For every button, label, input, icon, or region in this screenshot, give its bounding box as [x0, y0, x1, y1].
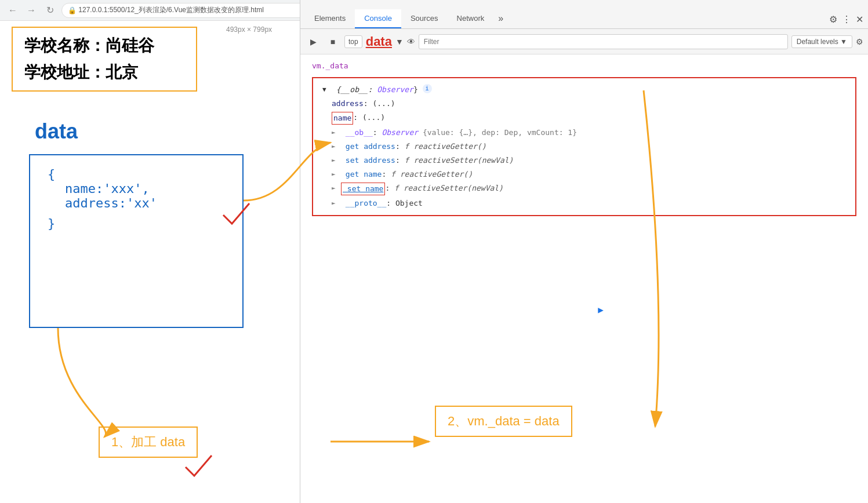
set-address-key: set address: [341, 155, 395, 166]
address-val: (...): [372, 98, 395, 110]
name-val: (...): [362, 112, 385, 123]
set-address-arrow[interactable]: ►: [332, 155, 341, 166]
reload-button[interactable]: ↻: [43, 3, 57, 17]
default-levels-selector[interactable]: Default levels ▼: [791, 35, 852, 48]
data-highlight-label: data: [366, 34, 392, 49]
set-name-line: ► set name : f reactiveSetter(newVal): [329, 181, 848, 196]
get-name-key: get name: [341, 169, 382, 180]
dropdown-arrow-icon[interactable]: ▼: [395, 37, 404, 46]
address-line: address : (...): [329, 97, 848, 111]
get-address-sep: :: [395, 141, 405, 152]
name-colon: :: [353, 112, 362, 123]
block-button[interactable]: ■: [325, 34, 341, 50]
name-prop: name:'xxx',: [65, 181, 225, 196]
get-address-line: ► get address : f reactiveGetter(): [329, 140, 848, 154]
step1-box: 1、加工 data: [99, 427, 198, 458]
info-icon: i: [423, 84, 432, 93]
filter-input[interactable]: [419, 34, 788, 49]
open-brace: {: [48, 167, 225, 181]
close-brace: }: [48, 216, 225, 231]
ob-summary: {value: {…}, dep: Dep, vmCount: 1}: [418, 127, 577, 138]
devtools-settings-area: ⚙ ⋮ ✕: [829, 14, 863, 28]
data-code-box: { name:'xxx', address:'xx' }: [29, 154, 244, 328]
console-observer-section: ▼ {__ob__: Observer } i address : (...) …: [312, 77, 856, 216]
observer-label: Observer: [377, 84, 413, 96]
devtools-toolbar: ▶ ■ top data ▼ 👁 Default levels ▼ ⚙: [300, 29, 868, 54]
set-address-sep: :: [395, 155, 405, 166]
run-button[interactable]: ▶: [305, 34, 321, 50]
settings-gear-icon[interactable]: ⚙: [829, 14, 837, 25]
address-key: address: [332, 98, 364, 110]
console-content: vm._data ▼ {__ob__: Observer } i address…: [300, 54, 868, 225]
set-address-line: ► set address : f reactiveSetter(newVal): [329, 154, 848, 167]
get-name-val: f reactiveGetter(): [391, 169, 473, 180]
observer-line: ▼ {__ob__: Observer } i: [320, 83, 848, 97]
proto-sep: :: [386, 198, 395, 209]
observer-expand-arrow[interactable]: ▼: [322, 84, 332, 96]
ob-expanded-line: ► __ob__ : Observer {value: {…}, dep: De…: [329, 126, 848, 140]
levels-dropdown-icon: ▼: [840, 38, 847, 46]
observer-brace-close: }: [413, 84, 423, 96]
lock-icon: 🔒: [68, 6, 77, 14]
ob-sep: :: [373, 127, 382, 138]
vm-data-line: vm._data: [300, 59, 868, 72]
name-key-highlighted: name: [332, 112, 353, 125]
close-devtools-icon[interactable]: ✕: [856, 14, 863, 25]
set-name-arrow[interactable]: ►: [332, 183, 341, 194]
tab-sources[interactable]: Sources: [401, 9, 448, 28]
left-content-area: 493px × 799px 学校名称：尚硅谷 学校地址：北京 data { na…: [0, 21, 296, 503]
school-address: 学校地址：北京: [24, 61, 184, 83]
get-address-key: get address: [341, 141, 395, 152]
tab-elements[interactable]: Elements: [305, 9, 355, 28]
proto-key: __proto__: [341, 198, 386, 209]
sidebar-expand-button[interactable]: ▶: [595, 304, 606, 315]
address-prop: address:'xx': [65, 196, 225, 210]
proto-val: Object: [395, 198, 423, 209]
proto-arrow[interactable]: ►: [332, 198, 341, 209]
school-name: 学校名称：尚硅谷: [24, 35, 184, 57]
address-colon: :: [364, 98, 373, 110]
get-address-arrow[interactable]: ►: [332, 141, 341, 152]
devtools-panel: Elements Console Sources Network » ⚙ ⋮ ✕…: [300, 0, 868, 503]
tab-network[interactable]: Network: [448, 9, 494, 28]
school-info-box: 学校名称：尚硅谷 学校地址：北京: [12, 27, 197, 92]
name-line: name : (...): [329, 111, 848, 126]
proto-line: ► __proto__ : Object: [329, 196, 848, 210]
set-address-val: f reactiveSetter(newVal): [405, 155, 514, 166]
get-name-line: ► get name : f reactiveGetter(): [329, 167, 848, 181]
url-text: 127.0.0.1:5500/12_列表渲染/6.Vue监测数据改变的原理.ht…: [78, 5, 264, 15]
more-options-icon[interactable]: ⋮: [842, 14, 851, 25]
set-name-sep: :: [385, 183, 394, 194]
data-title-label: data: [35, 119, 78, 144]
forward-button[interactable]: →: [24, 3, 38, 17]
ob-key: __ob__: [341, 127, 373, 138]
ob-type: Observer: [382, 127, 418, 138]
eye-icon[interactable]: 👁: [407, 37, 415, 46]
context-selector[interactable]: top: [344, 35, 362, 48]
set-name-val: f reactiveSetter(newVal): [394, 183, 503, 194]
page-size-label: 493px × 799px: [226, 25, 272, 34]
ob-expand-arrow[interactable]: ►: [332, 127, 341, 138]
get-address-val: f reactiveGetter(): [405, 141, 486, 152]
get-name-arrow[interactable]: ►: [332, 169, 341, 180]
step2-box: 2、vm._data = data: [435, 406, 572, 437]
devtools-tabs-bar: Elements Console Sources Network » ⚙ ⋮ ✕: [300, 0, 868, 29]
more-tabs-button[interactable]: »: [493, 9, 508, 28]
observer-text: {__ob__:: [332, 84, 377, 96]
set-name-key-highlighted: set name: [341, 183, 385, 195]
back-button[interactable]: ←: [6, 3, 20, 17]
tab-console[interactable]: Console: [355, 9, 401, 28]
get-name-sep: :: [382, 169, 391, 180]
console-settings-icon[interactable]: ⚙: [856, 37, 863, 46]
